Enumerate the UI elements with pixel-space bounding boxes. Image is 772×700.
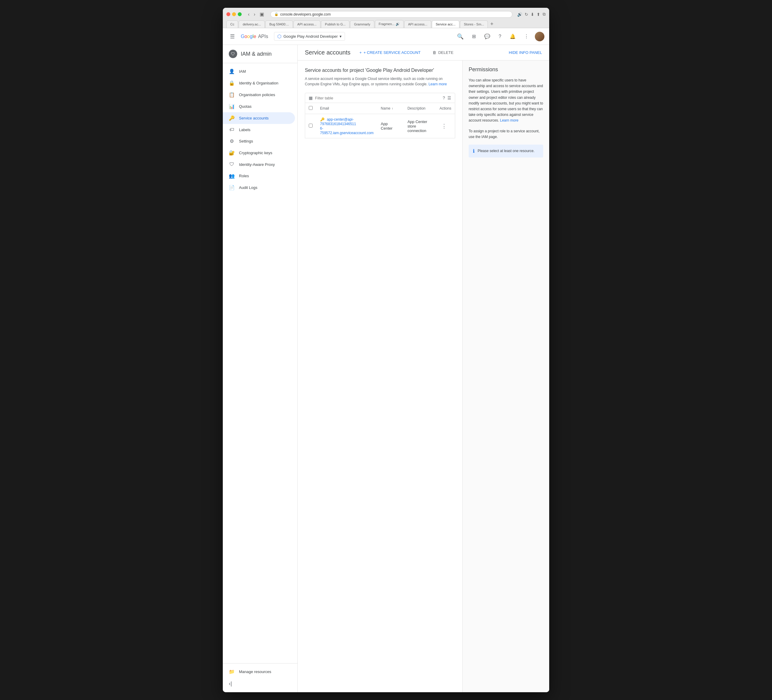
page-header: Service accounts + + CREATE SERVICE ACCO… — [298, 45, 549, 61]
learn-more-link-desc[interactable]: Learn more — [429, 82, 447, 86]
delete-button[interactable]: 🗑 DELETE — [429, 49, 456, 57]
filter-icon: ▦ — [309, 95, 312, 100]
search-button[interactable]: 🔍 — [455, 31, 466, 42]
browser-tab-cc[interactable]: Cc — [226, 20, 238, 28]
browser-tab-service[interactable]: Service acc... — [432, 20, 460, 28]
avatar[interactable] — [535, 32, 545, 41]
sidebar-item-settings[interactable]: ⚙ Settings — [223, 135, 295, 147]
cast-button[interactable]: 🔊 — [517, 12, 522, 17]
browser-tab-grammarly[interactable]: Grammarly — [350, 20, 374, 28]
org-policies-icon: 📋 — [229, 92, 235, 98]
browser-tab-fragment[interactable]: Fragmen... 🔊 — [375, 20, 404, 28]
refresh-button[interactable]: ↻ — [525, 12, 528, 17]
new-tab-button[interactable]: + — [488, 20, 495, 28]
row-actions-button[interactable]: ⋮ — [440, 122, 448, 130]
minimize-window-button[interactable] — [232, 12, 236, 16]
panel-learn-more-link[interactable]: Learn more — [500, 118, 518, 123]
sidebar-item-audit-logs[interactable]: 📄 Audit Logs — [223, 182, 295, 193]
forward-button[interactable]: › — [252, 11, 257, 18]
filter-help-icon[interactable]: ? — [443, 95, 445, 100]
panel-text-1: You can allow specific users to have own… — [469, 78, 543, 124]
traffic-lights — [226, 12, 242, 16]
address-bar[interactable]: 🔒 console.developers.google.com — [270, 11, 512, 18]
sidebar-header: 🛡 IAM & admin — [223, 45, 298, 63]
page-content: Service accounts for project 'Google Pla… — [298, 61, 549, 692]
browser-tab-publish[interactable]: Publish to G... — [321, 20, 350, 28]
collapse-sidebar-button[interactable]: ‹| — [223, 677, 238, 690]
sidebar-item-roles-label: Roles — [239, 173, 249, 178]
create-service-account-button[interactable]: + + CREATE SERVICE ACCOUNT — [357, 49, 424, 57]
name-column-header[interactable]: Name ↑ — [377, 103, 404, 114]
support-button[interactable]: 💬 — [482, 31, 492, 42]
select-all-header — [305, 103, 317, 114]
browser-tab-delivery[interactable]: delivery.ac... — [239, 20, 265, 28]
close-window-button[interactable] — [226, 12, 230, 16]
iap-icon: 🛡 — [229, 162, 235, 167]
apis-label: APIs — [258, 34, 268, 39]
help-button[interactable]: ? — [496, 31, 504, 42]
iam-icon: 👤 — [229, 69, 235, 74]
email-cell: 🔑 app-center@api-7976831618413465116-759… — [317, 114, 377, 138]
manage-resources-icon: 📁 — [229, 669, 235, 675]
labels-icon: 🏷 — [229, 127, 235, 132]
email-link[interactable]: app-center@api-7976831618413465116-75957… — [320, 117, 374, 135]
delete-btn-label: DELETE — [438, 50, 453, 55]
quotas-icon: 📊 — [229, 104, 235, 109]
sidebar-item-roles[interactable]: 👥 Roles — [223, 170, 295, 182]
maximize-window-button[interactable] — [238, 12, 242, 16]
roles-icon: 👥 — [229, 173, 235, 179]
share-button[interactable]: ⬆ — [536, 12, 540, 17]
sidebar-item-iap[interactable]: 🛡 Identity-Aware Proxy — [223, 159, 295, 170]
row-checkbox[interactable] — [309, 124, 312, 128]
browser-tab-stores[interactable]: Stores - Sm... — [460, 20, 488, 28]
sidebar-item-iam[interactable]: 👤 IAM — [223, 65, 295, 77]
description-column-header: Description — [404, 103, 436, 114]
hamburger-menu-button[interactable]: ☰ — [227, 31, 237, 42]
browser-tab-bug[interactable]: Bug 59400:... — [265, 20, 293, 28]
service-accounts-table: Email Name ↑ Description Actions — [305, 103, 455, 138]
browser-tab-api2[interactable]: API access... — [404, 20, 431, 28]
sidebar-item-identity-label: Identity & Organisation — [239, 81, 278, 85]
notice-info-icon: ℹ — [473, 148, 474, 154]
notice-text: Please select at least one resource. — [478, 149, 535, 153]
actions-cell: ⋮ — [436, 114, 455, 138]
sidebar-item-identity[interactable]: 🔒 Identity & Organisation — [223, 77, 295, 89]
filter-columns-icon[interactable]: ☰ — [447, 95, 451, 100]
sidebar: 🛡 IAM & admin 👤 IAM 🔒 Identity & Organis… — [223, 45, 298, 692]
sidebar-item-manage-resources-label: Manage resources — [239, 669, 271, 674]
sidebar-item-org-policies[interactable]: 📋 Organisation policies — [223, 89, 295, 101]
sidebar-item-quotas[interactable]: 📊 Quotas — [223, 101, 295, 112]
app-topbar: ☰ Google APIs ⬡ Google Play Android Deve… — [223, 28, 549, 45]
back-button[interactable]: ‹ — [247, 11, 251, 18]
panel-notice: ℹ Please select at least one resource. — [469, 145, 543, 157]
project-name: Google Play Android Developer — [283, 34, 337, 39]
main-content: Service accounts for project 'Google Pla… — [298, 61, 462, 692]
tab-overview-button[interactable]: ▣ — [258, 11, 266, 18]
sidebar-item-quotas-label: Quotas — [239, 104, 252, 109]
sidebar-item-labels[interactable]: 🏷 Labels — [223, 124, 295, 135]
actions-column-header: Actions — [436, 103, 455, 114]
download-button[interactable]: ⬇ — [531, 12, 534, 17]
sidebar-nav: 👤 IAM 🔒 Identity & Organisation 📋 Organi… — [223, 63, 298, 196]
sidebar-item-audit-logs-label: Audit Logs — [239, 185, 257, 190]
apps-button[interactable]: ⊞ — [469, 31, 478, 42]
fullscreen-button[interactable]: ⧉ — [543, 11, 546, 17]
project-selector[interactable]: ⬡ Google Play Android Developer ▾ — [274, 32, 345, 41]
plus-icon: + — [359, 50, 362, 55]
select-all-checkbox[interactable] — [309, 106, 312, 110]
hide-info-panel-button[interactable]: HIDE INFO PANEL — [509, 50, 542, 55]
browser-tab-api1[interactable]: API access... — [293, 20, 321, 28]
notifications-button[interactable]: 🔔 — [507, 31, 518, 42]
trash-icon: 🗑 — [432, 50, 436, 55]
google-apis-logo[interactable]: Google APIs — [241, 34, 268, 39]
more-options-button[interactable]: ⋮ — [522, 31, 531, 42]
sidebar-item-manage-resources[interactable]: 📁 Manage resources — [223, 666, 295, 677]
key-icon: 🔑 — [320, 117, 325, 121]
iam-admin-icon: 🛡 — [229, 50, 237, 58]
sidebar-title: IAM & admin — [241, 51, 272, 57]
filter-bar: ▦ ? ☰ — [305, 93, 455, 103]
filter-input[interactable] — [315, 96, 440, 100]
sidebar-item-crypto-keys[interactable]: 🔐 Cryptographic keys — [223, 147, 295, 159]
sidebar-item-service-accounts[interactable]: 🔑 Service accounts — [223, 112, 295, 124]
sidebar-item-service-accounts-label: Service accounts — [239, 116, 268, 120]
